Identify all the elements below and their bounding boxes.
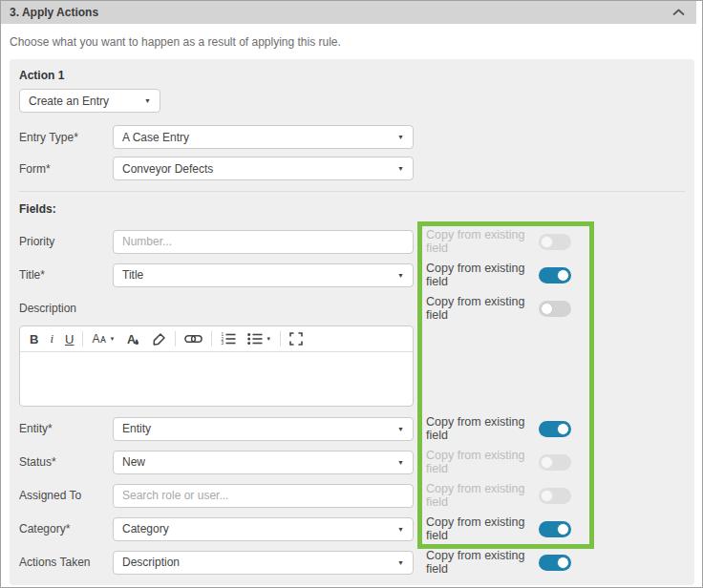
field-row-assigned-to: Assigned To Copy from existing field	[19, 482, 685, 509]
actions-taken-select[interactable]: Description ▼	[113, 551, 414, 575]
category-select[interactable]: Category ▼	[113, 517, 414, 541]
link-icon[interactable]	[179, 326, 208, 352]
toolbar-separator	[175, 331, 176, 346]
category-label: Category*	[19, 522, 113, 536]
dropdown-caret-icon: ▼	[397, 459, 404, 466]
priority-label: Priority	[19, 235, 113, 248]
toggle-knob	[557, 523, 569, 536]
copy-from-existing-label: Copy from existing field	[426, 515, 539, 542]
field-row-title: Title* Title ▼ Copy from existing field	[19, 262, 685, 288]
toolbar-separator	[211, 331, 212, 346]
status-label: Status*	[19, 455, 113, 469]
chevron-up-icon[interactable]	[672, 9, 685, 16]
apply-actions-panel: 3. Apply Actions Choose what you want to…	[0, 0, 703, 588]
panel-header[interactable]: 3. Apply Actions	[1, 1, 696, 24]
title-value: Title	[122, 268, 143, 282]
dropdown-caret-icon: ▼	[397, 272, 404, 279]
fields-section: Fields: Priority Copy from existing fiel…	[19, 201, 685, 576]
form-select[interactable]: Conveyor Defects ▼	[113, 157, 414, 180]
dropdown-caret-icon: ▼	[397, 526, 404, 533]
copy-toggle-assigned-to[interactable]	[539, 488, 571, 504]
ordered-list-icon[interactable]: 123	[215, 326, 242, 352]
field-row-entity: Entity* Entity ▼ Copy from existing fiel…	[19, 415, 685, 442]
action-card: Action 1 Create an Entry ▼ Entry Type* A…	[10, 59, 694, 585]
action-heading: Action 1	[19, 68, 685, 83]
panel-subtitle: Choose what you want to happen as a resu…	[10, 35, 702, 49]
bold-icon[interactable]: B	[24, 326, 44, 352]
underline-icon[interactable]: U	[59, 326, 79, 352]
copy-from-existing-label: Copy from existing field	[426, 449, 539, 475]
copy-toggle-actions-taken[interactable]	[539, 555, 571, 571]
actions-taken-value: Description	[122, 556, 180, 569]
fields-heading: Fields:	[19, 201, 685, 217]
action-type-select[interactable]: Create an Entry ▼	[19, 89, 160, 113]
richtext-body[interactable]	[20, 352, 413, 406]
field-row-actions-taken: Actions Taken Description ▼ Copy from ex…	[19, 549, 685, 576]
status-value: New	[122, 455, 145, 469]
entity-label: Entity*	[19, 422, 113, 435]
copy-toggle-entity[interactable]	[539, 421, 571, 437]
section-divider	[19, 191, 685, 192]
copy-from-existing-label: Copy from existing field	[426, 262, 539, 288]
copy-toggle-status[interactable]	[539, 454, 571, 471]
field-row-status: Status* New ▼ Copy from existing field	[19, 449, 685, 475]
toggle-knob	[557, 423, 569, 435]
toggle-knob	[541, 303, 553, 315]
dropdown-caret-icon: ▼	[397, 426, 404, 432]
toggle-knob	[557, 556, 569, 569]
entity-select[interactable]: Entity ▼	[113, 417, 414, 441]
field-row-category: Category* Category ▼ Copy from existing …	[19, 515, 685, 542]
dropdown-caret-icon: ▼	[397, 559, 404, 566]
copy-from-existing-label: Copy from existing field	[426, 482, 539, 509]
highlight-icon[interactable]	[145, 326, 172, 352]
form-label: Form*	[19, 162, 113, 176]
toolbar-separator	[280, 331, 281, 346]
assigned-to-label: Assigned To	[19, 489, 113, 502]
copy-toggle-category[interactable]	[539, 521, 571, 537]
description-richtext-editor: B i U Aᴀ ▼ A	[19, 326, 414, 407]
copy-toggle-description[interactable]	[539, 301, 571, 317]
status-select[interactable]: New ▼	[113, 451, 414, 474]
toggle-knob	[541, 236, 553, 248]
category-value: Category	[122, 522, 169, 536]
field-row-priority: Priority Copy from existing field	[19, 228, 685, 255]
toolbar-separator	[82, 331, 83, 346]
entity-value: Entity	[122, 422, 151, 435]
priority-input[interactable]	[113, 230, 414, 254]
richtext-toolbar: B i U Aᴀ ▼ A	[20, 326, 413, 352]
toggle-knob	[541, 490, 553, 502]
font-color-icon[interactable]: A	[120, 326, 145, 352]
dropdown-caret-icon: ▼	[144, 97, 151, 104]
copy-toggle-title[interactable]	[539, 267, 571, 284]
entry-type-label: Entry Type*	[19, 131, 113, 144]
title-select[interactable]: Title ▼	[113, 263, 414, 287]
unordered-list-icon[interactable]: ▼	[242, 326, 277, 352]
toggle-knob	[557, 269, 569, 282]
italic-icon[interactable]: i	[44, 326, 59, 352]
fullscreen-icon[interactable]	[284, 326, 309, 352]
form-value: Conveyor Defects	[122, 162, 213, 176]
copy-from-existing-label: Copy from existing field	[426, 415, 539, 442]
entry-type-value: A Case Entry	[122, 131, 189, 144]
dropdown-caret-icon: ▼	[266, 336, 271, 342]
entry-type-select[interactable]: A Case Entry ▼	[113, 125, 414, 149]
copy-toggle-priority[interactable]	[539, 234, 571, 250]
title-label: Title*	[19, 268, 113, 282]
panel-title: 3. Apply Actions	[10, 6, 98, 19]
copy-from-existing-label: Copy from existing field	[426, 228, 539, 255]
copy-from-existing-label: Copy from existing field	[426, 295, 539, 322]
assigned-to-input[interactable]	[113, 484, 414, 508]
copy-from-existing-label: Copy from existing field	[426, 549, 539, 576]
dropdown-caret-icon: ▼	[109, 336, 115, 342]
field-row-description: Description Copy from existing field	[19, 295, 685, 322]
font-size-icon[interactable]: Aᴀ ▼	[86, 326, 120, 352]
svg-text:3: 3	[222, 341, 224, 346]
svg-text:A: A	[127, 333, 136, 346]
toggle-knob	[541, 456, 553, 469]
dropdown-caret-icon: ▼	[397, 165, 404, 172]
action-type-value: Create an Entry	[29, 94, 109, 108]
description-label: Description	[19, 302, 113, 315]
dropdown-caret-icon: ▼	[397, 134, 404, 140]
actions-taken-label: Actions Taken	[19, 556, 113, 569]
